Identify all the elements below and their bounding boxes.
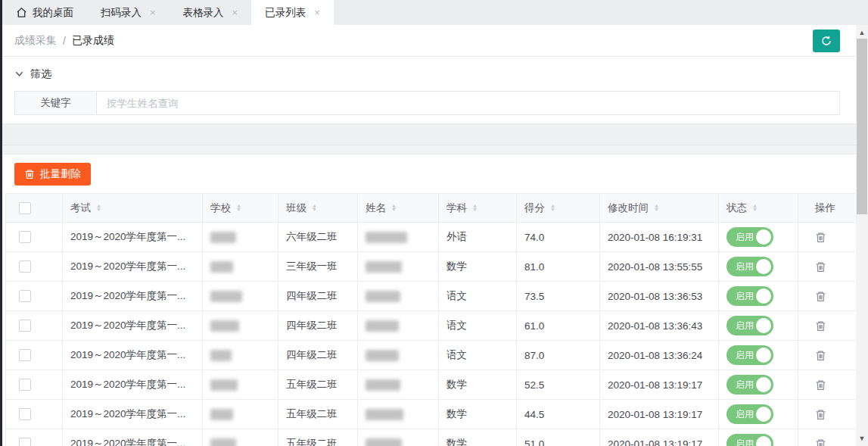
table-cell: 2019～2020学年度第一...: [63, 311, 203, 341]
keyword-input[interactable]: [97, 92, 839, 114]
row-checkbox[interactable]: [19, 408, 31, 420]
column-header-2[interactable]: 学校▲▼: [203, 194, 278, 223]
column-header-1[interactable]: 考试▲▼: [63, 194, 203, 223]
delete-row-button[interactable]: [815, 379, 826, 391]
score-cell: 81.0: [524, 261, 544, 273]
sort-icon[interactable]: ▲▼: [391, 204, 397, 211]
column-header-8[interactable]: 状态▲▼: [719, 194, 798, 223]
delete-row-button[interactable]: [815, 438, 826, 446]
score-cell: 52.5: [524, 379, 544, 391]
delete-row-button[interactable]: [815, 232, 826, 243]
sort-icon[interactable]: ▲▼: [752, 204, 758, 211]
table-cell: [6, 370, 63, 400]
status-toggle[interactable]: 启用: [726, 316, 773, 335]
table-cell: 启用: [719, 311, 798, 341]
scroll-down-icon[interactable]: ▼: [856, 432, 868, 444]
column-header-4[interactable]: 姓名▲▼: [358, 194, 439, 223]
close-icon[interactable]: ×: [150, 7, 156, 18]
row-checkbox[interactable]: [19, 379, 31, 391]
scrollbar-thumb[interactable]: [857, 39, 867, 214]
table-cell: [6, 341, 63, 370]
column-header-5[interactable]: 学科▲▼: [439, 194, 517, 223]
table-cell: [6, 223, 63, 252]
exam-cell: 2019～2020学年度第一...: [70, 260, 185, 273]
tab-label: 扫码录入: [101, 6, 142, 20]
table-cell: 数学: [439, 252, 517, 282]
tab-my-desktop[interactable]: 我的桌面: [2, 0, 87, 25]
tab-recorded-list[interactable]: 已录列表 ×: [251, 0, 334, 25]
close-icon[interactable]: ×: [232, 7, 238, 18]
delete-row-button[interactable]: [815, 291, 826, 302]
status-toggle[interactable]: 启用: [726, 257, 773, 276]
table-cell: 语文: [439, 341, 517, 370]
vertical-scrollbar[interactable]: ▲ ▼: [856, 25, 868, 446]
table-cell: 启用: [719, 370, 798, 400]
tab-scan-entry[interactable]: 扫码录入 ×: [87, 0, 170, 25]
exam-cell: 2019～2020学年度第一...: [70, 407, 185, 421]
scroll-up-icon[interactable]: ▲: [856, 27, 868, 39]
table-cell: 启用: [719, 223, 798, 252]
status-label: 启用: [736, 290, 754, 303]
refresh-button[interactable]: [813, 30, 840, 52]
table-cell: [6, 282, 63, 311]
close-icon[interactable]: ×: [314, 7, 320, 18]
tab-label: 表格录入: [183, 6, 224, 20]
sort-icon[interactable]: ▲▼: [550, 204, 555, 211]
row-checkbox[interactable]: [19, 320, 31, 332]
sort-icon[interactable]: ▲▼: [654, 204, 659, 211]
table-cell: [6, 252, 63, 282]
table-cell: 52.5: [517, 370, 600, 400]
keyword-label: 关键字: [15, 92, 97, 114]
column-label: 学校: [210, 201, 231, 215]
toggle-knob: [756, 318, 771, 333]
status-label: 启用: [736, 349, 754, 362]
status-label: 启用: [736, 260, 754, 273]
delete-row-button[interactable]: [815, 409, 826, 420]
delete-row-button[interactable]: [815, 350, 826, 361]
sort-icon[interactable]: ▲▼: [472, 204, 478, 211]
select-all-checkbox[interactable]: [19, 202, 31, 214]
row-checkbox[interactable]: [19, 438, 31, 446]
tab-bar: 我的桌面 扫码录入 × 表格录入 × 已录列表 ×: [2, 0, 868, 25]
column-header-3[interactable]: 班级▲▼: [278, 194, 358, 223]
sort-icon[interactable]: ▲▼: [312, 204, 317, 211]
table-cell: [358, 400, 439, 429]
status-toggle[interactable]: 启用: [726, 345, 773, 365]
delete-row-button[interactable]: [815, 320, 826, 332]
toggle-knob: [756, 348, 771, 363]
column-header-7[interactable]: 修改时间▲▼: [600, 194, 719, 223]
page-content: 成绩采集 / 已录成绩 筛选 关键字 批量删除 考试▲▼学校▲▼班级▲▼姓名▲▼…: [2, 25, 856, 446]
row-checkbox[interactable]: [19, 260, 31, 273]
tab-form-entry[interactable]: 表格录入 ×: [170, 0, 252, 25]
table-cell: [203, 311, 278, 341]
batch-delete-button[interactable]: 批量删除: [14, 163, 91, 186]
row-checkbox[interactable]: [19, 349, 31, 361]
row-checkbox[interactable]: [19, 231, 31, 243]
table-cell: 数学: [439, 429, 517, 446]
status-toggle[interactable]: 启用: [726, 227, 773, 247]
sort-icon[interactable]: ▲▼: [236, 204, 241, 211]
table-row: 2019～2020学年度第一...四年级二班语文73.52020-01-08 1…: [6, 282, 856, 311]
school-redacted: [210, 291, 242, 302]
status-toggle[interactable]: 启用: [726, 404, 773, 424]
status-label: 启用: [736, 408, 754, 421]
table-cell: 数学: [439, 370, 517, 400]
table-cell: [798, 252, 856, 282]
table-cell: 87.0: [517, 341, 600, 370]
class-cell: 五年级二班: [286, 437, 338, 446]
modified-time-cell: 2020-01-08 13:19:17: [608, 438, 702, 446]
row-checkbox[interactable]: [19, 290, 31, 302]
status-toggle[interactable]: 启用: [726, 286, 773, 306]
delete-row-button[interactable]: [815, 261, 826, 273]
sort-icon[interactable]: ▲▼: [96, 204, 101, 211]
trash-icon: [815, 291, 826, 302]
scores-table: 考试▲▼学校▲▼班级▲▼姓名▲▼学科▲▼得分▲▼修改时间▲▼状态▲▼操作 201…: [5, 193, 856, 446]
status-toggle[interactable]: 启用: [726, 434, 773, 446]
table-cell: [6, 311, 63, 341]
breadcrumb-separator: /: [63, 35, 66, 47]
table-cell: 44.5: [517, 400, 600, 429]
table-cell: [203, 282, 278, 311]
filter-section-header[interactable]: 筛选: [2, 57, 856, 91]
status-toggle[interactable]: 启用: [726, 375, 773, 395]
column-header-6[interactable]: 得分▲▼: [517, 194, 600, 223]
